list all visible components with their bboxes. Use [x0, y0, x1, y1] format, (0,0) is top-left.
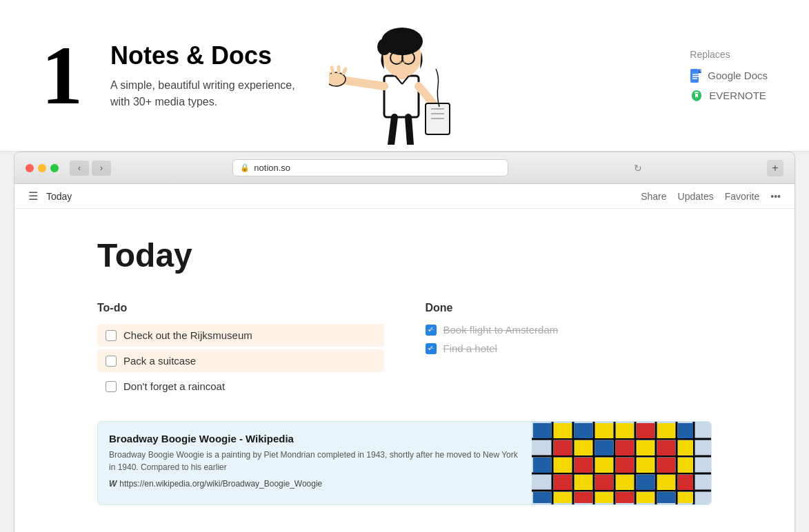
- svg-rect-52: [595, 458, 613, 473]
- lock-icon: 🔒: [240, 163, 250, 172]
- wiki-link[interactable]: W https://en.wikipedia.org/wiki/Broadway…: [109, 479, 521, 489]
- checkbox-2[interactable]: [106, 356, 117, 367]
- svg-point-4: [377, 39, 391, 55]
- checkbox-1[interactable]: [106, 330, 117, 341]
- svg-rect-64: [616, 440, 634, 456]
- browser-window: ‹ › 🔒 notion.so ↻ + ☰ Today Share Update…: [14, 152, 795, 532]
- svg-rect-25: [690, 69, 699, 83]
- checkbox-3[interactable]: [106, 381, 117, 392]
- svg-rect-48: [575, 440, 592, 456]
- svg-rect-47: [657, 423, 675, 438]
- svg-rect-61: [678, 492, 693, 503]
- svg-rect-80: [637, 475, 655, 490]
- banner-number: 1: [41, 34, 83, 117]
- svg-rect-27: [699, 69, 701, 73]
- svg-rect-67: [616, 458, 634, 473]
- fullscreen-window-button[interactable]: [50, 164, 59, 172]
- svg-point-9: [403, 61, 405, 63]
- todo-text-3: Don't forget a raincoat: [123, 380, 225, 392]
- todo-item-3[interactable]: Don't forget a raincoat: [97, 375, 384, 398]
- todo-item-1[interactable]: Check out the Rijksmuseum: [97, 324, 384, 347]
- svg-rect-71: [678, 475, 693, 490]
- close-window-button[interactable]: [26, 164, 34, 172]
- svg-rect-78: [533, 423, 551, 438]
- svg-rect-45: [595, 423, 613, 438]
- more-options-button[interactable]: •••: [770, 191, 781, 202]
- page-heading: Today: [97, 236, 712, 274]
- svg-rect-0: [384, 76, 419, 117]
- done-item-1[interactable]: ✓ Book flight to Amsterdam: [426, 324, 712, 336]
- done-column-header: Done: [426, 302, 712, 314]
- replaces-item-evernote: EVERNOTE: [690, 89, 768, 103]
- svg-rect-59: [595, 492, 613, 503]
- google-docs-label: Google Docs: [708, 70, 768, 81]
- checkbox-done-1[interactable]: ✓: [426, 325, 437, 336]
- svg-rect-70: [595, 475, 613, 490]
- todo-item-2[interactable]: Pack a suitcase: [97, 349, 384, 372]
- svg-rect-60: [637, 492, 655, 503]
- wiki-title: Broadway Boogie Woogie - Wikipedia: [109, 433, 521, 444]
- browser-toolbar: ‹ › 🔒 notion.so ↻ +: [14, 152, 795, 184]
- svg-rect-69: [554, 475, 572, 490]
- replaces-items: Google Docs EVERNOTE: [690, 68, 768, 103]
- wiki-url: https://en.wikipedia.org/wiki/Broadway_B…: [119, 479, 322, 489]
- svg-rect-62: [637, 423, 655, 438]
- done-item-2[interactable]: ✓ Find a hotel: [426, 342, 712, 354]
- svg-rect-58: [554, 492, 572, 503]
- svg-rect-76: [595, 440, 613, 456]
- svg-rect-50: [678, 440, 693, 456]
- marketing-banner: 1 Notes & Docs A simple, beautiful writi…: [0, 0, 809, 152]
- share-button[interactable]: Share: [641, 191, 666, 202]
- svg-rect-75: [678, 423, 693, 438]
- forward-button[interactable]: ›: [92, 161, 111, 176]
- banner-replaces: Replaces Google Docs: [662, 49, 768, 103]
- done-text-2: Find a hotel: [443, 342, 497, 354]
- refresh-button[interactable]: ↻: [630, 161, 646, 176]
- svg-rect-81: [533, 492, 551, 503]
- evernote-icon: [690, 89, 703, 103]
- svg-rect-66: [575, 458, 592, 473]
- todo-column-header: To-do: [97, 302, 384, 314]
- checkbox-done-2[interactable]: ✓: [426, 343, 437, 354]
- svg-rect-53: [637, 458, 655, 473]
- replaces-item-googledocs: Google Docs: [690, 68, 768, 83]
- svg-rect-51: [554, 458, 572, 473]
- svg-point-8: [399, 61, 401, 63]
- svg-rect-46: [616, 423, 634, 438]
- url-text: notion.so: [254, 163, 290, 173]
- sidebar-toggle-button[interactable]: ☰: [28, 190, 38, 203]
- character-illustration: [315, 7, 495, 145]
- svg-rect-79: [533, 458, 551, 473]
- back-button[interactable]: ‹: [70, 161, 89, 176]
- done-text-1: Book flight to Amsterdam: [443, 324, 559, 336]
- svg-rect-65: [657, 440, 675, 456]
- svg-rect-57: [657, 475, 675, 490]
- svg-line-17: [343, 69, 346, 73]
- notion-topbar: ☰ Today Share Updates Favorite •••: [14, 184, 795, 209]
- wikipedia-card[interactable]: Broadway Boogie Woogie - Wikipedia Broad…: [97, 421, 712, 505]
- notion-page: ☰ Today Share Updates Favorite ••• Today…: [14, 184, 795, 532]
- minimize-window-button[interactable]: [38, 164, 46, 172]
- wiki-w-icon: W: [109, 479, 117, 489]
- new-tab-button[interactable]: +: [767, 160, 783, 176]
- favorite-button[interactable]: Favorite: [725, 191, 760, 202]
- svg-rect-74: [575, 423, 592, 438]
- svg-rect-73: [616, 492, 634, 503]
- updates-button[interactable]: Updates: [678, 191, 714, 202]
- svg-rect-49: [637, 440, 655, 456]
- svg-rect-56: [616, 475, 634, 490]
- wiki-description: Broadway Boogie Woogie is a painting by …: [109, 449, 521, 473]
- svg-rect-68: [657, 458, 675, 473]
- page-breadcrumb: Today: [46, 191, 72, 202]
- topbar-actions: Share Updates Favorite •••: [641, 191, 781, 202]
- svg-rect-55: [575, 475, 592, 490]
- svg-rect-82: [657, 492, 675, 503]
- todo-text-2: Pack a suitcase: [123, 355, 196, 367]
- svg-rect-44: [554, 423, 572, 438]
- google-docs-icon: [690, 68, 702, 83]
- url-bar[interactable]: 🔒 notion.so: [232, 159, 508, 176]
- done-column: Done ✓ Book flight to Amsterdam ✓ Find a…: [426, 302, 712, 400]
- svg-line-23: [391, 117, 394, 145]
- replaces-label: Replaces: [690, 49, 768, 60]
- svg-rect-63: [554, 440, 572, 456]
